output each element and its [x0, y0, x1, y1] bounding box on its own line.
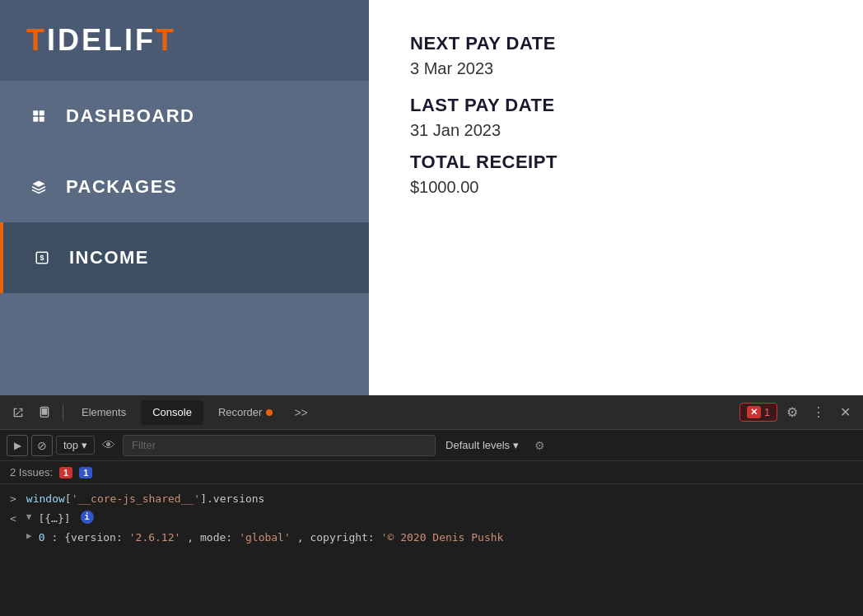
total-receipt-label: TOTAL RECEIPT	[410, 152, 822, 173]
version-value: '2.6.12'	[129, 530, 181, 546]
expand-child-btn[interactable]: ▶	[26, 530, 32, 544]
recorder-label: Recorder	[218, 406, 262, 418]
recorder-tab[interactable]: Recorder	[207, 400, 284, 425]
error-x-icon: ✕	[747, 406, 761, 418]
logo: TIDELIFT	[26, 23, 343, 58]
context-value: top	[63, 439, 78, 451]
expand-array-btn[interactable]: ▼	[26, 511, 32, 525]
next-pay-date-value: 3 Mar 2023	[410, 59, 822, 78]
close-devtools-btn[interactable]: ✕	[833, 401, 856, 424]
svg-rect-1	[40, 110, 44, 115]
devtools-toolbar: Elements Console Recorder >> ✕ 1 ⚙ ⋮ ✕	[0, 395, 863, 430]
sidebar-item-income[interactable]: $ INCOME	[0, 222, 369, 293]
console-input-line: > window['__core-js_shared__'].versions	[10, 491, 853, 507]
last-pay-date-label: LAST PAY DATE	[410, 95, 822, 116]
more-options-btn[interactable]: ⋮	[807, 401, 830, 424]
last-pay-date-value: 31 Jan 2023	[410, 121, 822, 140]
more-tabs-btn[interactable]: >>	[287, 403, 314, 422]
sidebar-item-dashboard[interactable]: DASHBOARD	[0, 81, 369, 152]
issues-error-section: 1	[59, 467, 72, 478]
console-output-line: < ▼ [{…}] i	[10, 511, 853, 527]
svg-rect-3	[40, 117, 44, 122]
logo-accent-t2: T	[156, 23, 176, 57]
error-count: 1	[764, 407, 770, 418]
comma2: , copyright:	[297, 530, 375, 546]
toolbar-divider-1	[63, 404, 63, 421]
code-dot: .versions	[207, 492, 264, 505]
sidebar: TIDELIFT DASHBOARD	[0, 0, 369, 395]
dashboard-label: DASHBOARD	[66, 105, 195, 127]
comma1: , mode:	[187, 530, 232, 546]
object-open: {version:	[64, 530, 122, 546]
console-child-line: ▶ 0 : {version: '2.6.12' , mode: 'global…	[26, 530, 853, 546]
packages-label: PACKAGES	[66, 176, 177, 198]
console-tab[interactable]: Console	[141, 400, 203, 425]
clear-btn[interactable]: ⊘	[31, 435, 53, 456]
console-toolbar: ▶ ⊘ top ▾ 👁 Default levels ▾ ⚙	[0, 430, 863, 461]
income-label: INCOME	[69, 247, 149, 268]
income-icon: $	[30, 245, 54, 270]
colon: :	[51, 530, 58, 546]
issues-label: 2 Issues:	[10, 466, 53, 478]
inspect-element-btn[interactable]	[7, 401, 30, 424]
chevron-down-icon: ▾	[82, 439, 87, 451]
copyright-value: '© 2020 Denis Pushk	[381, 530, 504, 546]
log-level-selector[interactable]: Default levels ▾	[439, 436, 525, 454]
issues-bar[interactable]: 2 Issues: 1 1	[0, 461, 863, 484]
elements-tab[interactable]: Elements	[70, 400, 138, 425]
recorder-indicator	[266, 409, 273, 416]
svg-text:$: $	[40, 254, 44, 262]
console-input-code[interactable]: window['__core-js_shared__'].versions	[26, 491, 265, 507]
code-string: '__core-js_shared__'	[72, 492, 201, 505]
filter-input[interactable]	[123, 435, 436, 456]
next-pay-date-section: NEXT PAY DATE 3 Mar 2023	[410, 33, 822, 78]
sidebar-nav: DASHBOARD PACKAGES $ IN	[0, 81, 369, 293]
dashboard-icon	[26, 104, 51, 128]
svg-rect-2	[33, 117, 38, 122]
device-toolbar-btn[interactable]	[33, 401, 56, 424]
total-receipt-value: $1000.00	[410, 178, 822, 197]
issues-error-badge: 1	[59, 467, 72, 478]
last-pay-date-section: LAST PAY DATE 31 Jan 2023 TOTAL RECEIPT …	[410, 95, 822, 197]
code-window: window	[26, 492, 65, 505]
context-selector[interactable]: top ▾	[56, 436, 95, 455]
packages-icon	[26, 175, 51, 199]
array-notation: [{…}]	[38, 511, 70, 527]
output-prompt: <	[10, 511, 16, 527]
main-content: NEXT PAY DATE 3 Mar 2023 LAST PAY DATE 3…	[369, 0, 863, 395]
execute-btn[interactable]: ▶	[7, 435, 28, 456]
console-settings-btn[interactable]: ⚙	[529, 435, 550, 456]
level-label: Default levels	[445, 439, 510, 451]
issues-info-badge: 1	[79, 467, 92, 478]
mode-value: 'global'	[239, 530, 291, 546]
error-badge[interactable]: ✕ 1	[739, 403, 777, 422]
devtools-panel: Elements Console Recorder >> ✕ 1 ⚙ ⋮ ✕ ▶…	[0, 395, 863, 616]
issues-info-section: 1	[79, 467, 92, 478]
index-label: 0	[39, 530, 45, 546]
level-chevron-icon: ▾	[513, 439, 519, 451]
svg-rect-7	[42, 408, 48, 414]
console-output: > window['__core-js_shared__'].versions …	[0, 484, 863, 616]
show-live-expression-btn[interactable]: 👁	[98, 435, 119, 456]
logo-accent-t: T	[26, 23, 47, 57]
input-prompt: >	[10, 491, 16, 507]
logo-area: TIDELIFT	[0, 0, 369, 81]
next-pay-date-label: NEXT PAY DATE	[410, 33, 822, 54]
svg-rect-0	[33, 110, 38, 115]
code-bracket2: ]	[200, 492, 207, 505]
info-icon: i	[81, 511, 94, 524]
settings-btn[interactable]: ⚙	[781, 401, 804, 424]
sidebar-item-packages[interactable]: PACKAGES	[0, 152, 369, 222]
code-bracket: [	[65, 492, 72, 505]
